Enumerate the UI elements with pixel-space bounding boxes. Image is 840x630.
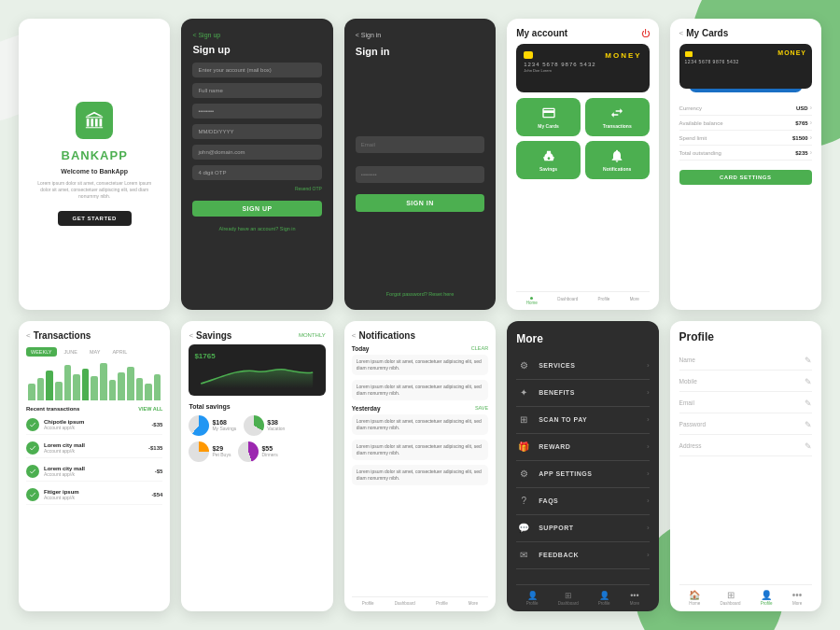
card-stack: MONEY 1234 5678 9876 5432 (679, 44, 812, 95)
savings-monthly-tab[interactable]: MONTHLY (299, 332, 326, 338)
savings-back-button[interactable]: < (189, 331, 193, 340)
mycards-header: < My Cards (679, 28, 812, 38)
tab-weekly[interactable]: WEEKLY (26, 347, 57, 357)
tab-june[interactable]: JUNE (60, 347, 82, 357)
transactions-header: < Transactions (26, 330, 162, 341)
view-all-link[interactable]: VIEW ALL (138, 406, 162, 412)
trans-item-1: Chipotle ipsum Account app//k -$35 (26, 415, 162, 435)
services-icon: ⚙ (516, 358, 531, 373)
month-tabs: WEEKLY JUNE MAY APRIL (26, 347, 162, 357)
notif-nav-more[interactable]: More (469, 601, 478, 606)
notifications-header: < Notifications (352, 330, 488, 341)
more-item-faqs[interactable]: ? FAQS › (516, 488, 649, 515)
services-chevron: › (647, 361, 650, 370)
more-nav-profile[interactable]: 👤 Profile (526, 591, 539, 606)
card-detail-balance: Available balance $765 › (679, 116, 812, 131)
more-item-reward[interactable]: 🎁 REWARD › (516, 434, 649, 461)
more-title: More (516, 332, 649, 345)
tab-april[interactable]: APRIL (107, 347, 132, 357)
signup-account-input[interactable] (192, 63, 321, 77)
mobile-edit-icon[interactable]: ✎ (805, 377, 812, 386)
tab-may[interactable]: MAY (85, 347, 105, 357)
profile-nav-home[interactable]: 🏠 Home (689, 590, 700, 606)
more-nav-dashboard[interactable]: ⊞ Dashboard (558, 591, 579, 606)
signin-button[interactable]: SIGN IN (356, 194, 484, 212)
signup-button[interactable]: SIGN UP (192, 201, 321, 217)
notif-save-button[interactable]: SAVE (475, 405, 488, 411)
more-item-benefits[interactable]: ✦ BENEFITS › (516, 380, 649, 407)
card-chip (524, 51, 533, 59)
card-main: MONEY 1234 5678 9876 5432 (679, 44, 812, 89)
more-item-appsettings[interactable]: ⚙ APP SETTINGS › (516, 461, 649, 488)
password-edit-icon[interactable]: ✎ (805, 420, 812, 429)
more-item-services[interactable]: ⚙ SERVICES › (516, 353, 649, 380)
screen-myaccount: My account ⏻ MONEY 1234 5678 9876 5432 J… (507, 19, 658, 310)
trans-back-button[interactable]: < (26, 331, 31, 340)
signin-password-input[interactable] (356, 166, 484, 183)
more-nav-profile2[interactable]: 👤 Profile (598, 591, 610, 606)
notif-clear-button[interactable]: CLEAR (471, 345, 488, 351)
signup-email-input[interactable] (192, 145, 321, 160)
profile-nav-more[interactable]: ••• More (792, 590, 803, 606)
mycards-back-button[interactable]: < (679, 29, 684, 37)
profile-field-password: Password ✎ (679, 415, 812, 435)
screen-mycards: < My Cards MONEY 1234 5678 9876 5432 Cur… (670, 19, 821, 310)
power-icon[interactable]: ⏻ (641, 29, 650, 38)
savings-item-4: $55 Dinners (238, 441, 277, 462)
notifications-button[interactable]: Notifications (585, 141, 650, 179)
more-item-feedback[interactable]: ✉ FEEDBACK › (516, 542, 649, 569)
nav-more[interactable]: More (630, 297, 639, 305)
profile-nav-home-icon: 🏠 (689, 590, 700, 600)
notif-back-button[interactable]: < (352, 331, 357, 340)
name-edit-icon[interactable]: ✎ (805, 356, 812, 365)
resend-otp[interactable]: Resend OTP (192, 186, 321, 191)
feedback-icon: ✉ (516, 548, 531, 563)
signup-otp-input[interactable] (192, 165, 321, 180)
more-nav-more[interactable]: ••• More (630, 591, 639, 606)
appsettings-icon: ⚙ (516, 467, 531, 482)
checkmark-icon-4 (29, 491, 36, 498)
profile-nav-profile[interactable]: 👤 Profile (761, 590, 773, 606)
notif-nav-profile[interactable]: Profile (362, 601, 374, 606)
feedback-chevron: › (647, 551, 650, 559)
trans-info-1: Chipotle ipsum Account app//k (44, 419, 147, 430)
card-details-list: Currency USD › Available balance $765 › … (679, 101, 812, 161)
scan-icon: ⊞ (516, 413, 531, 427)
savings-label: Savings (539, 166, 557, 172)
appsettings-chevron: › (647, 469, 650, 478)
more-item-scantopay[interactable]: ⊞ SCAN TO PAY › (516, 407, 649, 434)
signup-password-input[interactable] (192, 104, 321, 119)
profile-nav-dashboard[interactable]: ⊞ Dashboard (721, 590, 741, 606)
nav-dashboard[interactable]: Dashboard (557, 297, 578, 305)
trans-info-3: Lorem city mall Account app//k (44, 466, 150, 477)
signup-back-nav[interactable]: < Sign up (192, 32, 321, 38)
signin-email-input[interactable] (356, 136, 484, 153)
transactions-title: Transactions (34, 330, 91, 341)
signin-back-nav[interactable]: < Sign in (356, 32, 484, 38)
card-preview: MONEY 1234 5678 9876 5432 John Doe Lorem (516, 44, 649, 92)
nav-home[interactable]: Home (526, 297, 538, 305)
card-detail-spend: Spend limit $1500 › (679, 131, 812, 146)
trans-avatar-3 (26, 465, 39, 478)
nav-profile[interactable]: Profile (598, 297, 610, 305)
address-edit-icon[interactable]: ✎ (805, 441, 812, 451)
more-item-support[interactable]: 💬 SUPPORT › (516, 515, 649, 542)
myaccount-header: My account ⏻ (516, 28, 649, 38)
signup-dob-input[interactable] (192, 124, 321, 139)
bar-13 (136, 378, 144, 400)
cards-icon (541, 105, 556, 120)
transactions-button[interactable]: Transactions (585, 98, 650, 136)
card-settings-button[interactable]: CARD SETTINGS (679, 170, 812, 185)
savings-title: Savings (196, 330, 231, 341)
trans-info-2: Lorem city mall Account app//k (44, 442, 144, 454)
my-cards-button[interactable]: My Cards (516, 98, 581, 136)
nav-home-dot (530, 297, 533, 300)
notif-nav-dashboard[interactable]: Dashboard (395, 601, 415, 606)
email-edit-icon[interactable]: ✎ (805, 399, 812, 408)
get-started-button[interactable]: GET STARTED (58, 211, 132, 226)
screen-transactions: < Transactions WEEKLY JUNE MAY APRIL (19, 321, 170, 612)
screen-savings: < Savings MONTHLY $1765 Total savings (181, 321, 332, 612)
savings-button[interactable]: Savings (516, 141, 581, 179)
notif-nav-profile2[interactable]: Profile (436, 601, 448, 606)
signup-fullname-input[interactable] (192, 83, 321, 98)
